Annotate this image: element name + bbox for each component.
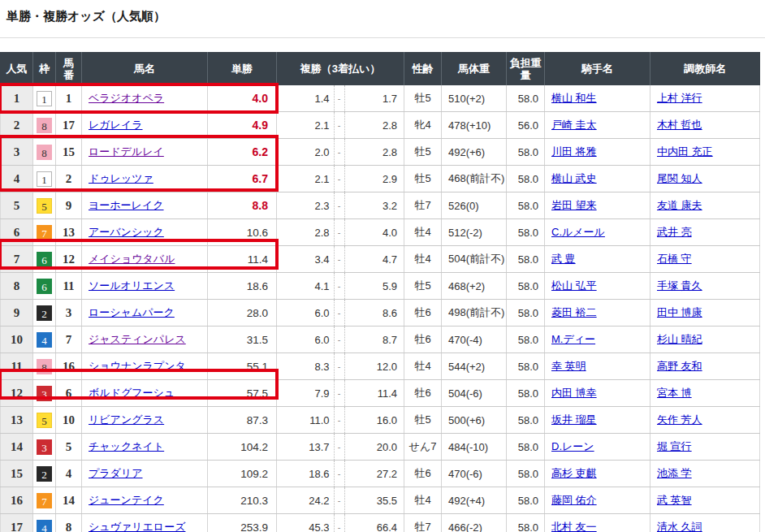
horse-number-cell: 15 — [56, 139, 82, 166]
trainer-link[interactable]: 石橋 守 — [657, 253, 692, 265]
jockey-link[interactable]: 川田 将雅 — [551, 145, 597, 158]
trainer-link[interactable]: 宮本 博 — [657, 387, 692, 399]
horse-name-link[interactable]: ヨーホーレイク — [89, 199, 164, 211]
odds-table-body: 1 1 1 ベラジオオペラ 4.0 1.4 - 1.7 牡5 510(+2) 5… — [1, 85, 760, 532]
trainer-link[interactable]: 木村 哲也 — [657, 119, 702, 131]
horse-name-link[interactable]: メイショウタバル — [89, 253, 175, 265]
rank-cell: 10 — [1, 327, 33, 353]
horse-name-link[interactable]: チャックネイト — [89, 440, 164, 452]
rank-cell: 9 — [1, 300, 33, 327]
trainer-link[interactable]: 高野 友和 — [657, 360, 702, 372]
win-odds-cell: 109.2 — [208, 461, 277, 487]
jockey-link[interactable]: 坂井 瑠星 — [551, 413, 597, 426]
trainer-link[interactable]: 友道 康夫 — [657, 199, 702, 211]
trainer-link[interactable]: 上村 洋行 — [657, 92, 702, 104]
jockey-link[interactable]: 横山 和生 — [551, 92, 597, 104]
jockey-link[interactable]: 高杉 吏麒 — [551, 467, 597, 479]
rank-cell: 13 — [1, 407, 33, 434]
horse-name-link[interactable]: レガレイラ — [89, 119, 143, 131]
load-cell: 58.0 — [507, 514, 545, 532]
jockey-link[interactable]: C.ルメール — [551, 226, 605, 238]
load-cell: 56.0 — [507, 112, 545, 139]
horse-number-cell: 9 — [56, 192, 82, 219]
table-row: 14 3 5 チャックネイト 104.2 13.7 - 20.0 せん7 484… — [1, 434, 760, 461]
horse-name-link[interactable]: シュヴァリエローズ — [89, 521, 185, 532]
jockey-link[interactable]: 横山 武史 — [551, 172, 597, 184]
jockey-link[interactable]: M.ディー — [551, 333, 595, 345]
rank-cell: 15 — [1, 461, 33, 487]
load-cell: 58.0 — [507, 166, 545, 192]
place-odds-min: 8.3 — [277, 361, 334, 373]
table-row: 15 2 4 プラダリア 109.2 18.6 - 27.2 牡6 470(-6… — [1, 461, 760, 487]
horse-name-link[interactable]: プラダリア — [89, 467, 143, 479]
place-odds-max: 2.9 — [345, 173, 404, 185]
trainer-link[interactable]: 武井 亮 — [657, 226, 692, 238]
jockey-link[interactable]: 菱田 裕二 — [551, 306, 597, 318]
frame-cell: 4 — [33, 327, 56, 353]
trainer-link[interactable]: 杉山 晴紀 — [657, 333, 702, 345]
place-odds-cell: 1.4 - 1.7 — [277, 85, 404, 112]
place-odds-min: 2.8 — [277, 227, 334, 239]
jockey-link[interactable]: 北村 友一 — [551, 521, 597, 532]
odds-table-wrap: 人気 枠 馬番 馬名 単勝 複勝（3着払い） 性齢 馬体重 負担重量 騎手名 調… — [0, 52, 765, 532]
horse-name-cell: チャックネイト — [82, 434, 208, 461]
table-row: 6 7 13 アーバンシック 10.6 2.8 - 4.0 牡4 512(-2)… — [1, 219, 760, 246]
frame-cell: 5 — [33, 407, 56, 434]
weight-cell: 544(+2) — [442, 353, 507, 380]
horse-name-link[interactable]: ローシャムパーク — [89, 306, 175, 318]
rank-cell: 3 — [1, 139, 33, 166]
horse-name-cell: ベラジオオペラ — [82, 85, 208, 112]
jockey-cell: 横山 和生 — [545, 85, 650, 112]
place-odds-separator: - — [334, 300, 345, 326]
horse-name-link[interactable]: ソールオリエンス — [89, 279, 175, 292]
jockey-link[interactable]: 戸崎 圭太 — [551, 119, 597, 131]
trainer-link[interactable]: 尾関 知人 — [657, 172, 702, 184]
place-odds-cell: 4.1 - 5.9 — [277, 273, 404, 300]
jockey-link[interactable]: 内田 博幸 — [551, 387, 597, 399]
trainer-link[interactable]: 中内田 充正 — [657, 145, 713, 158]
jockey-link[interactable]: 藤岡 佑介 — [551, 494, 597, 506]
trainer-link[interactable]: 武 英智 — [657, 494, 692, 506]
table-row: 11 8 16 ショウナンラプンタ 55.1 8.3 - 12.0 牡4 544… — [1, 353, 760, 380]
place-odds-max: 4.7 — [345, 253, 404, 266]
horse-name-link[interactable]: ロードデルレイ — [89, 145, 164, 158]
load-cell: 58.0 — [507, 461, 545, 487]
jockey-link[interactable]: D.レーン — [551, 440, 594, 452]
horse-name-link[interactable]: ジャスティンパレス — [89, 333, 186, 345]
place-odds-cell: 2.1 - 2.9 — [277, 166, 404, 192]
jockey-link[interactable]: 武 豊 — [551, 253, 576, 265]
frame-badge: 8 — [37, 118, 52, 133]
win-odds-cell: 87.3 — [208, 407, 277, 434]
trainer-link[interactable]: 手塚 貴久 — [657, 279, 702, 292]
frame-cell: 3 — [33, 380, 56, 407]
trainer-cell: 田中 博康 — [650, 300, 760, 327]
jockey-link[interactable]: 岩田 望来 — [551, 199, 597, 211]
horse-name-link[interactable]: アーバンシック — [89, 226, 164, 238]
win-odds-cell: 57.5 — [208, 380, 277, 407]
place-odds-max: 35.5 — [345, 495, 404, 507]
jockey-link[interactable]: 松山 弘平 — [551, 279, 597, 292]
place-odds-separator: - — [334, 514, 345, 532]
frame-cell: 1 — [33, 85, 56, 112]
rank-cell: 5 — [1, 192, 33, 219]
jockey-link[interactable]: 幸 英明 — [551, 360, 586, 372]
trainer-link[interactable]: 矢作 芳人 — [657, 413, 702, 426]
horse-name-link[interactable]: ベラジオオペラ — [89, 92, 164, 104]
trainer-link[interactable]: 池添 学 — [657, 467, 692, 479]
jockey-cell: C.ルメール — [545, 219, 650, 246]
trainer-link[interactable]: 清水 久詞 — [657, 521, 702, 532]
frame-badge: 4 — [37, 520, 52, 532]
horse-name-link[interactable]: リビアングラス — [89, 413, 164, 426]
jockey-cell: 菱田 裕二 — [545, 300, 650, 327]
trainer-link[interactable]: 堀 宣行 — [657, 440, 692, 452]
horse-number-cell: 11 — [56, 273, 82, 300]
horse-name-link[interactable]: ボルドグフーシュ — [89, 387, 175, 399]
place-odds-separator: - — [334, 353, 345, 379]
horse-name-link[interactable]: ジューンテイク — [89, 494, 164, 506]
load-cell: 58.0 — [507, 85, 545, 112]
weight-cell: 500(+6) — [442, 407, 507, 434]
trainer-link[interactable]: 田中 博康 — [657, 306, 702, 318]
jockey-cell: 松山 弘平 — [545, 273, 650, 300]
horse-name-link[interactable]: ショウナンラプンタ — [89, 360, 186, 372]
horse-name-link[interactable]: ドゥレッツァ — [89, 172, 153, 184]
